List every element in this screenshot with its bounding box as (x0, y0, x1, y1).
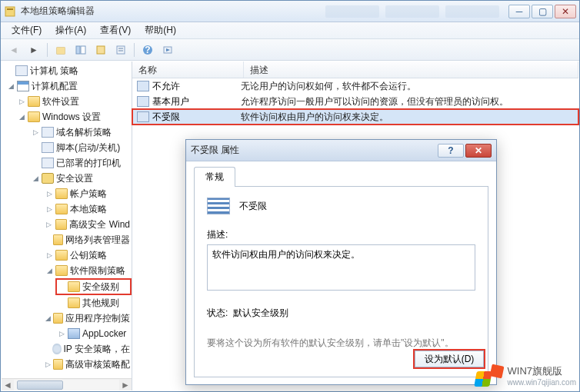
list-header[interactable]: 名称 描述 (132, 61, 578, 78)
tree-pane: 计算机 策略 ◢计算机配置 ▷软件设置 ◢Windows 设置 ▷域名解析策略 … (2, 61, 132, 390)
folder-icon (68, 328, 80, 339)
scroll-right-icon[interactable]: ► (119, 380, 132, 390)
export-button[interactable] (92, 42, 109, 58)
svg-rect-5 (81, 46, 85, 54)
tree-software-settings[interactable]: ▷软件设置 (3, 94, 132, 109)
svg-text:?: ? (145, 45, 150, 55)
forward-button[interactable]: ► (25, 42, 42, 58)
set-default-button[interactable]: 设为默认(D) (415, 350, 484, 367)
list-row[interactable]: 基本用户 允许程序访问一般用户可以访问的资源，但没有管理员的访问权。 (132, 94, 578, 109)
col-desc[interactable]: 描述 (244, 61, 578, 78)
back-button: ◄ (5, 42, 22, 58)
main-window: 本地组策略编辑器 ─ ▢ ✕ 文件(F) 操作(A) 查看(V) 帮助(H) ◄… (0, 0, 580, 392)
collapse-icon[interactable]: ◢ (45, 314, 52, 323)
menu-view[interactable]: 查看(V) (94, 22, 137, 38)
tree-applocker[interactable]: ▷AppLocker (3, 326, 132, 341)
collapse-icon[interactable]: ◢ (17, 112, 26, 121)
menubar: 文件(F) 操作(A) 查看(V) 帮助(H) (1, 22, 579, 39)
menu-help[interactable]: 帮助(H) (138, 22, 182, 38)
collapse-icon[interactable]: ◢ (31, 174, 40, 183)
dialog-help-button[interactable]: ? (438, 144, 464, 158)
folder-icon (28, 111, 40, 122)
folder-icon (53, 234, 63, 245)
properties-button[interactable] (112, 42, 129, 58)
folder-icon (55, 204, 68, 214)
folder-icon (55, 250, 68, 261)
titlebar[interactable]: 本地组策略编辑器 ─ ▢ ✕ (1, 1, 579, 22)
watermark-url: www.win7qijian.com (508, 378, 576, 387)
help-button[interactable]: ? (139, 42, 156, 58)
collapse-icon[interactable]: ◢ (45, 266, 54, 275)
folder-icon (53, 359, 63, 370)
status-value: 默认安全级别 (233, 307, 288, 318)
tree-windows-settings[interactable]: ◢Windows 设置 (3, 109, 132, 125)
menu-file[interactable]: 文件(F) (5, 22, 48, 38)
tree-security-levels[interactable]: 安全级别 (55, 278, 132, 295)
dialog-titlebar[interactable]: 不受限 属性 ? ✕ (186, 140, 496, 161)
level-icon (207, 198, 230, 214)
watermark-text: WIN7旗舰版 (508, 364, 576, 378)
tab-general[interactable]: 常规 (194, 167, 235, 187)
folder-icon (53, 313, 63, 324)
tree-pubkey[interactable]: ▷公钥策略 (3, 247, 132, 263)
list-row-selected[interactable]: 不受限 软件访问权由用户的访问权来决定。 (132, 109, 578, 125)
properties-dialog[interactable]: 不受限 属性 ? ✕ 常规 不受限 描述: 状态: 默认安全级别 (185, 139, 497, 385)
level-icon (137, 96, 149, 107)
menu-action[interactable]: 操作(A) (49, 22, 92, 38)
expand-icon[interactable]: ▷ (17, 97, 26, 106)
maximize-button[interactable]: ▢ (532, 5, 553, 18)
tree-security[interactable]: ◢安全设置 (3, 171, 132, 186)
hint-text: 要将这个设为所有软件的默认安全级别，请单击"设为默认"。 (207, 337, 475, 349)
toolbar: ◄ ► ? (1, 39, 579, 61)
background-tabs (325, 5, 499, 18)
extra-button[interactable] (159, 42, 176, 58)
tree-printers[interactable]: 已部署的打印机 (3, 155, 132, 171)
up-button[interactable] (52, 42, 69, 58)
folder-icon (55, 265, 68, 276)
tree-account[interactable]: ▷帐户策略 (3, 186, 132, 201)
svg-rect-0 (5, 7, 15, 16)
folder-icon (68, 297, 80, 308)
svg-rect-1 (7, 8, 13, 10)
desc-field[interactable] (207, 244, 475, 291)
svg-rect-6 (97, 46, 105, 54)
computer-icon (17, 81, 29, 91)
tree-dns[interactable]: ▷域名解析策略 (3, 125, 132, 140)
desc-label: 描述: (207, 228, 475, 241)
scroll-left-icon[interactable]: ◄ (2, 380, 14, 390)
col-name[interactable]: 名称 (132, 61, 244, 78)
doc-icon (42, 127, 54, 138)
printer-icon (42, 158, 54, 168)
minimize-button[interactable]: ─ (508, 5, 530, 18)
close-button[interactable]: ✕ (555, 5, 576, 18)
tree-root[interactable]: 计算机 策略 (3, 63, 132, 78)
dialog-tabs: 常规 (194, 166, 488, 187)
scroll-thumb[interactable] (17, 380, 63, 390)
tree-srp[interactable]: ◢软件限制策略 (3, 263, 132, 278)
expand-icon[interactable] (5, 66, 14, 75)
level-icon (137, 81, 149, 91)
tree-ipsec[interactable]: IP 安全策略，在 (3, 341, 132, 357)
tree-adv-win[interactable]: ▷高级安全 Wind (3, 217, 132, 232)
policy-icon (15, 65, 28, 76)
tree-audit[interactable]: ▷高级审核策略配 (3, 357, 132, 372)
tree-appctrl[interactable]: ◢应用程序控制策 (3, 311, 132, 326)
tree-netlist[interactable]: 网络列表管理器 (3, 232, 132, 247)
lock-icon (42, 173, 54, 184)
tree-scripts[interactable]: 脚本(启动/关机) (3, 140, 132, 155)
windows-flag-icon (475, 365, 503, 387)
dialog-close-button[interactable]: ✕ (465, 144, 492, 158)
folder-icon (55, 188, 68, 199)
folder-icon (28, 96, 40, 107)
list-row[interactable]: 不允许 无论用户的访问权如何，软件都不会运行。 (132, 78, 578, 94)
tree-computer-config[interactable]: ◢计算机配置 (3, 78, 132, 94)
tree-local[interactable]: ▷本地策略 (3, 201, 132, 217)
collapse-icon[interactable]: ◢ (6, 81, 15, 91)
toolbar-sep (47, 43, 48, 57)
tree-other-rules[interactable]: 其他规则 (3, 295, 132, 311)
level-name: 不受限 (239, 200, 267, 213)
script-icon (42, 142, 54, 153)
tree-hscroll[interactable]: ◄ ► (2, 378, 132, 390)
show-hide-tree-button[interactable] (72, 42, 89, 58)
folder-icon (55, 219, 68, 230)
